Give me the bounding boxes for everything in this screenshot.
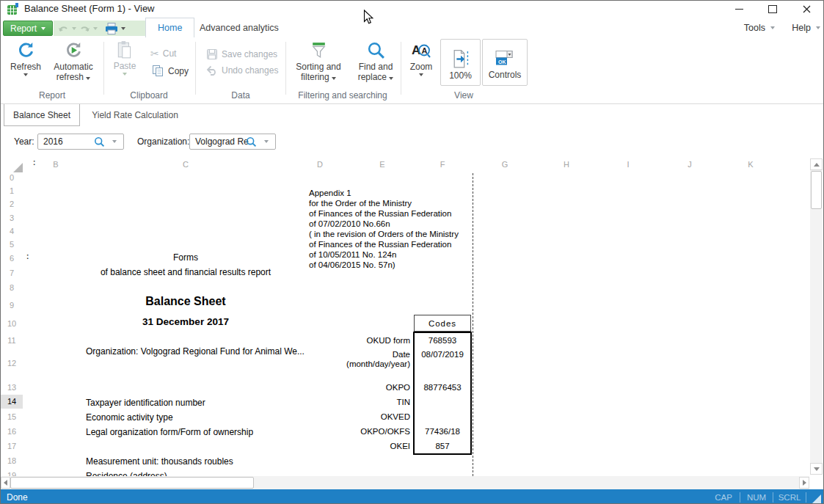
chevron-down-icon	[332, 77, 336, 80]
redo-icon[interactable]	[79, 23, 90, 33]
row-header-19[interactable]: 19	[1, 471, 23, 476]
undo-dropdown-icon[interactable]	[72, 27, 76, 30]
row-header-4[interactable]: 4	[1, 227, 23, 235]
tab-home-label: Home	[158, 23, 182, 33]
horizontal-scrollbar[interactable]	[1, 476, 809, 489]
search-icon[interactable]	[94, 136, 105, 147]
scroll-up-button[interactable]	[810, 158, 823, 170]
row-header-9[interactable]: 9	[1, 301, 23, 310]
resize-grip[interactable]	[811, 494, 821, 504]
horizontal-scroll-thumb[interactable]	[10, 477, 254, 489]
copy-button[interactable]: Copy	[152, 65, 189, 77]
column-header-D[interactable]: D	[317, 160, 323, 169]
controls-icon: OK	[493, 49, 517, 68]
help-menu[interactable]: Help	[792, 18, 820, 37]
spreadsheet[interactable]: : B C D E F G H I J K 0 1 2 3 4 5 6 7 8 …	[1, 157, 823, 476]
row-header-5[interactable]: 5	[1, 240, 23, 249]
column-header-B[interactable]: B	[53, 160, 58, 169]
undo-icon[interactable]	[58, 23, 69, 33]
sheet-tab-balance-sheet[interactable]: Balance Sheet	[4, 104, 80, 126]
row-header-2[interactable]: 2	[1, 200, 23, 208]
info-economic-activity: Economic activity type	[86, 412, 173, 423]
scroll-down-button[interactable]	[810, 463, 823, 475]
sheet-tab-bar: Balance Sheet Yield Rate Calculation	[1, 104, 823, 127]
redo-dropdown-icon[interactable]	[93, 27, 98, 30]
year-input[interactable]: 2016	[37, 134, 124, 150]
chevron-down-icon[interactable]	[264, 140, 269, 143]
cut-button[interactable]: ✂ Cut	[150, 48, 176, 59]
paste-button[interactable]: Paste	[108, 40, 142, 76]
column-header-K[interactable]: K	[748, 160, 753, 169]
scroll-left-button[interactable]	[1, 477, 10, 489]
status-bar: Done CAP NUM SCRL	[1, 489, 823, 504]
column-header-I[interactable]: I	[627, 160, 629, 169]
column-header-C[interactable]: C	[183, 160, 189, 169]
search-icon[interactable]	[246, 136, 257, 147]
tools-menu[interactable]: Tools	[744, 18, 775, 37]
row-header-14-selected[interactable]: 14	[1, 395, 23, 409]
report-menu-button[interactable]: Report	[3, 21, 53, 36]
chevron-down-icon	[770, 26, 775, 29]
column-header-F[interactable]: F	[440, 160, 445, 169]
print-icon[interactable]	[105, 23, 118, 34]
caps-lock-indicator: CAP	[707, 493, 740, 502]
quick-access-toolbar	[54, 21, 146, 36]
refresh-button[interactable]: Refresh	[7, 40, 45, 76]
cell-marker: :	[26, 252, 29, 260]
status-divider	[806, 492, 806, 503]
row-header-16[interactable]: 16	[1, 427, 23, 436]
row-header-13[interactable]: 13	[1, 383, 23, 392]
column-header-H[interactable]: H	[564, 160, 569, 169]
zoom-label: Zoom	[410, 62, 433, 72]
vertical-scrollbar[interactable]	[810, 158, 823, 475]
tab-advanced-analytics[interactable]: Advanced analytics	[188, 18, 291, 37]
appendix-line: of 04/06/2015 No. 57n)	[309, 260, 459, 270]
organization-input[interactable]: Volgograd Regio	[189, 134, 276, 150]
automatic-refresh-label: Automatic refresh	[47, 62, 100, 82]
automatic-refresh-button[interactable]: Automatic refresh	[45, 40, 102, 82]
menu-row: Report Home Advanced anal	[1, 18, 823, 37]
close-button[interactable]	[790, 1, 823, 17]
filter-row: Year: 2016 Organization: Volgograd Regio	[1, 127, 823, 157]
select-all-corner[interactable]	[13, 163, 23, 172]
controls-button[interactable]: OK Controls	[482, 39, 528, 86]
find-replace-button[interactable]: Find and replace	[351, 40, 400, 82]
copy-icon	[152, 65, 164, 77]
column-header-G[interactable]: G	[502, 160, 508, 169]
maximize-button[interactable]	[756, 1, 790, 17]
undo-changes-button[interactable]: Undo changes	[206, 65, 278, 76]
column-header-J[interactable]: J	[688, 160, 692, 169]
code-value-okpo: 88776453	[414, 383, 471, 392]
sorting-filtering-button[interactable]: Sorting and filtering	[287, 40, 350, 82]
help-menu-label: Help	[792, 23, 811, 33]
row-header-1[interactable]: 1	[1, 186, 23, 195]
row-header-12[interactable]: 12	[1, 359, 23, 368]
row-header-17[interactable]: 17	[1, 442, 23, 450]
row-header-7[interactable]: 7	[1, 269, 23, 277]
organization-label: Organization:	[137, 136, 189, 147]
row-header-15[interactable]: 15	[1, 412, 23, 421]
row-header-8[interactable]: 8	[1, 283, 23, 292]
row-header-3[interactable]: 3	[1, 213, 23, 222]
refresh-icon	[16, 40, 36, 60]
zoom-100-button[interactable]: 100%	[440, 39, 481, 86]
row-header-18[interactable]: 18	[1, 456, 23, 465]
info-measurement-unit: Measurement unit: thousands roubles	[86, 456, 233, 467]
appendix-line: of Finances of the Russian Federation	[309, 208, 459, 219]
chevron-down-icon[interactable]	[112, 140, 117, 143]
chevron-up-icon	[814, 163, 820, 167]
row-header-10[interactable]: 10	[1, 319, 23, 328]
row-header-6[interactable]: 6	[1, 254, 23, 263]
zoom-button[interactable]: A A Zoom	[404, 40, 439, 76]
column-header-E[interactable]: E	[379, 160, 384, 169]
save-changes-button[interactable]: Save changes	[206, 48, 277, 60]
scroll-right-button[interactable]	[799, 477, 809, 489]
minimize-button[interactable]	[722, 1, 756, 17]
print-dropdown-icon[interactable]	[121, 27, 125, 30]
appendix-line: of 10/05/2011 No. 124n	[309, 249, 459, 260]
vertical-scroll-thumb[interactable]	[811, 171, 822, 209]
row-header-11[interactable]: 11	[1, 336, 23, 345]
sheet-tab-yield-rate[interactable]: Yield Rate Calculation	[87, 104, 183, 126]
chevron-down-icon	[814, 467, 820, 471]
row-header-0[interactable]: 0	[1, 173, 23, 182]
